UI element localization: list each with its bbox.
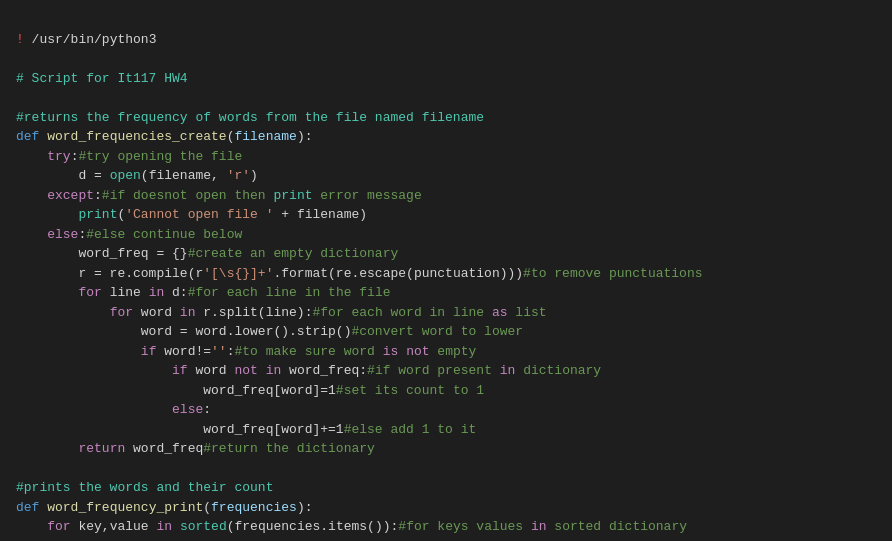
script-comment-line: # Script for It117 HW4 bbox=[16, 71, 188, 86]
code-editor: ! /usr/bin/python3 # Script for It117 HW… bbox=[16, 10, 876, 541]
else-line: else:#else continue below bbox=[16, 227, 242, 242]
for-key-line: for key,value in sorted(frequencies.item… bbox=[16, 519, 687, 534]
except-line: except:#if doesnot open then print error… bbox=[16, 188, 422, 203]
open-line: d = open(filename, 'r') bbox=[16, 168, 258, 183]
if-not-word-line: if word not in word_freq:#if word presen… bbox=[16, 363, 601, 378]
word-lower-line: word = word.lower().strip()#convert word… bbox=[16, 324, 523, 339]
def-print-line: def word_frequency_print(frequencies): bbox=[16, 500, 313, 515]
re-compile-line: r = re.compile(r'[\s{}]+'.format(re.esca… bbox=[16, 266, 703, 281]
returns-comment-line: #returns the frequency of words from the… bbox=[16, 110, 484, 125]
def-create-line: def word_frequencies_create(filename): bbox=[16, 129, 313, 144]
print-error-line: print('Cannot open file ' + filename) bbox=[16, 207, 367, 222]
return-line: return word_freq#return the dictionary bbox=[16, 441, 375, 456]
for-line-d: for line in d:#for each line in the file bbox=[16, 285, 391, 300]
word-freq-init-line: word_freq = {}#create an empty dictionar… bbox=[16, 246, 398, 261]
word-inc-line: word_freq[word]+=1#else add 1 to it bbox=[16, 422, 476, 437]
for-word-line: for word in r.split(line):#for each word… bbox=[16, 305, 547, 320]
prints-comment-line: #prints the words and their count bbox=[16, 480, 273, 495]
word-set-line: word_freq[word]=1#set its count to 1 bbox=[16, 383, 484, 398]
try-line: try:#try opening the file bbox=[16, 149, 242, 164]
else2-line: else: bbox=[16, 402, 211, 417]
shebang-line: ! /usr/bin/python3 bbox=[16, 32, 156, 47]
if-word-line: if word!='':#to make sure word is not em… bbox=[16, 344, 476, 359]
